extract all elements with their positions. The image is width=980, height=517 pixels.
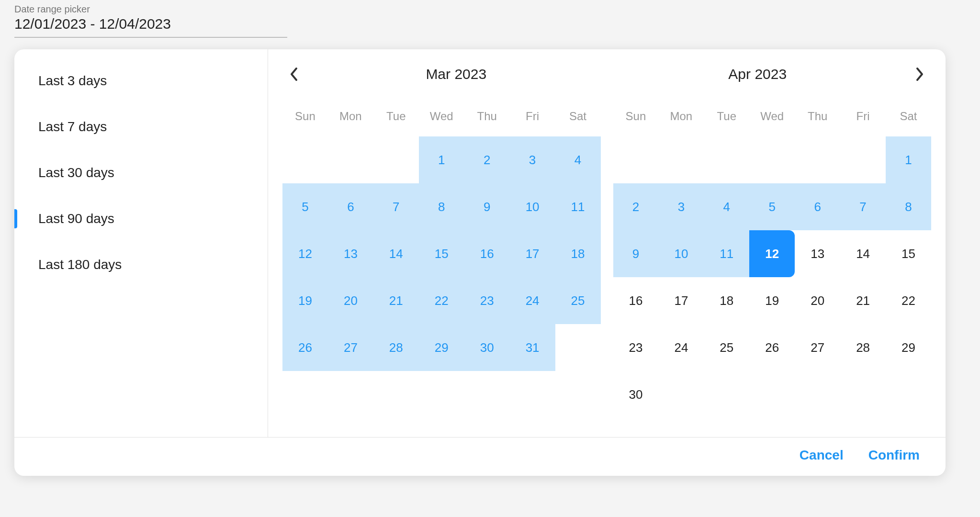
day-cell[interactable]: 10 [510,183,555,230]
day-cell[interactable]: 13 [328,230,373,277]
day-cell[interactable]: 16 [613,277,659,324]
day-cell[interactable]: 30 [464,324,510,371]
day-cell[interactable]: 23 [464,277,510,324]
preset-list: Last 3 daysLast 7 daysLast 30 daysLast 9… [14,49,268,437]
day-cell[interactable]: 7 [373,183,419,230]
day-cell[interactable]: 9 [464,183,510,230]
preset-item[interactable]: Last 90 days [14,196,268,242]
preset-item[interactable]: Last 7 days [14,104,268,150]
day-cell[interactable]: 28 [840,324,886,371]
day-cell[interactable]: 11 [555,183,601,230]
chevron-left-icon [289,67,299,82]
day-cell[interactable]: 2 [613,183,659,230]
day-cell[interactable]: 18 [555,230,601,277]
day-cell[interactable]: 5 [282,183,328,230]
weekday-label: Tue [704,110,749,123]
date-range-input[interactable]: 12/01/2023 - 12/04/2023 [14,16,287,38]
day-cell[interactable]: 19 [282,277,328,324]
day-cell[interactable]: 20 [795,277,840,324]
day-cell[interactable]: 22 [419,277,464,324]
day-cell[interactable]: 31 [510,324,555,371]
confirm-button[interactable]: Confirm [866,447,923,463]
day-cell[interactable]: 14 [840,230,886,277]
weekday-label: Wed [749,110,795,123]
day-cell[interactable]: 23 [613,324,659,371]
day-cell[interactable]: 30 [613,371,659,418]
day-cell[interactable]: 24 [658,324,704,371]
day-empty [704,136,749,183]
day-cell[interactable]: 29 [886,324,931,371]
preset-item[interactable]: Last 30 days [14,150,268,196]
day-cell[interactable]: 11 [704,230,749,277]
month-title-left: Mar 2023 [305,66,607,82]
day-cell[interactable]: 8 [886,183,931,230]
day-cell[interactable]: 1 [886,136,931,183]
day-cell[interactable]: 27 [328,324,373,371]
day-cell[interactable]: 2 [464,136,510,183]
weekday-label: Thu [795,110,840,123]
calendar-month-right: SunMonTueWedThuFriSat 123456789101112131… [613,110,932,418]
weekday-label: Tue [373,110,419,123]
day-empty [373,136,419,183]
day-cell[interactable]: 27 [795,324,840,371]
next-month-button[interactable] [908,63,931,86]
day-cell[interactable]: 14 [373,230,419,277]
day-cell[interactable]: 3 [510,136,555,183]
day-cell[interactable]: 24 [510,277,555,324]
day-cell[interactable]: 25 [555,277,601,324]
day-empty [749,136,795,183]
day-cell[interactable]: 6 [795,183,840,230]
day-cell[interactable]: 9 [613,230,659,277]
day-cell[interactable]: 22 [886,277,931,324]
day-cell[interactable]: 18 [704,277,749,324]
preset-item[interactable]: Last 3 days [14,58,268,104]
day-empty [658,136,704,183]
day-cell[interactable]: 7 [840,183,886,230]
preset-item[interactable]: Last 180 days [14,242,268,288]
weekday-label: Wed [419,110,464,123]
day-empty [840,136,886,183]
month-title-right: Apr 2023 [607,66,909,82]
weekday-label: Sat [555,110,601,123]
day-cell[interactable]: 16 [464,230,510,277]
day-cell[interactable]: 21 [840,277,886,324]
calendar-panel: Mar 2023 Apr 2023 SunMonTueWedThuFriSat … [268,49,946,437]
day-cell[interactable]: 26 [749,324,795,371]
day-cell[interactable]: 17 [658,277,704,324]
day-cell[interactable]: 8 [419,183,464,230]
weekday-label: Fri [840,110,886,123]
day-empty [613,136,659,183]
picker-label: Date range picker [14,4,966,15]
day-cell[interactable]: 25 [704,324,749,371]
date-range-picker: Last 3 daysLast 7 daysLast 30 daysLast 9… [14,49,946,476]
day-cell[interactable]: 28 [373,324,419,371]
weekday-label: Sun [282,110,328,123]
day-cell[interactable]: 6 [328,183,373,230]
day-cell[interactable]: 1 [419,136,464,183]
weekday-label: Sat [886,110,931,123]
day-cell[interactable]: 12 [282,230,328,277]
day-cell[interactable]: 3 [658,183,704,230]
day-cell[interactable]: 29 [419,324,464,371]
day-cell[interactable]: 21 [373,277,419,324]
day-empty [328,136,373,183]
day-cell[interactable]: 4 [555,136,601,183]
day-cell[interactable]: 13 [795,230,840,277]
day-cell[interactable]: 26 [282,324,328,371]
weekday-label: Mon [328,110,373,123]
prev-month-button[interactable] [282,63,305,86]
day-cell-selected[interactable]: 12 [749,230,795,277]
weekday-label: Fri [510,110,555,123]
day-cell[interactable]: 17 [510,230,555,277]
chevron-right-icon [915,67,924,82]
day-cell[interactable]: 15 [419,230,464,277]
day-cell[interactable]: 15 [886,230,931,277]
day-cell[interactable]: 10 [658,230,704,277]
day-empty [795,136,840,183]
calendar-month-left: SunMonTueWedThuFriSat 123456789101112131… [282,110,601,418]
day-cell[interactable]: 19 [749,277,795,324]
day-cell[interactable]: 4 [704,183,749,230]
day-cell[interactable]: 5 [749,183,795,230]
cancel-button[interactable]: Cancel [797,447,846,463]
day-cell[interactable]: 20 [328,277,373,324]
